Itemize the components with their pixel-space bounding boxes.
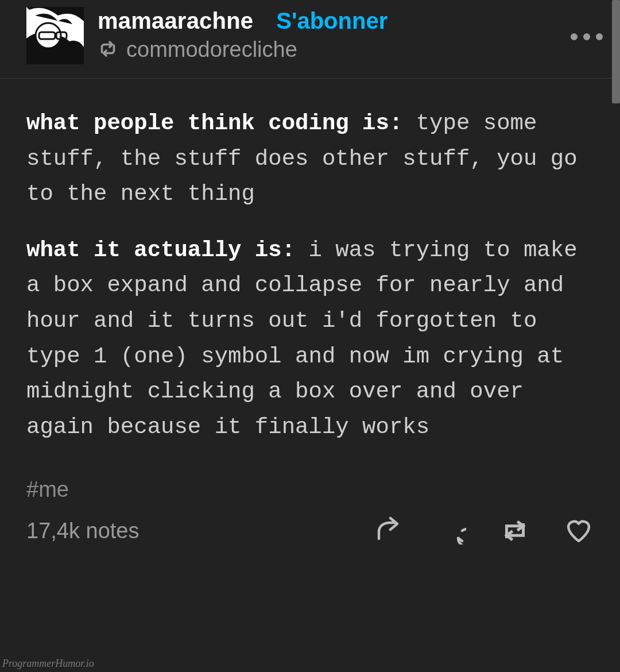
avatar[interactable] — [26, 7, 84, 64]
reblog-source-name[interactable]: commodorecliche — [126, 37, 297, 62]
reply-button[interactable] — [437, 517, 466, 544]
more-options-button[interactable] — [571, 33, 603, 40]
post-text: i was trying to make a box expand and co… — [26, 238, 578, 440]
post-header: mamaarachne S'abonner commodorecliche — [0, 0, 620, 79]
share-button[interactable] — [374, 517, 404, 544]
reblog-icon — [98, 41, 118, 59]
username[interactable]: mamaarachne — [98, 8, 253, 34]
post-text-bold: what it actually is: — [26, 238, 295, 263]
post-actions — [374, 517, 594, 544]
post-tags[interactable]: #me — [0, 477, 620, 517]
post-paragraph: what it actually is: i was trying to mak… — [26, 233, 594, 446]
follow-button[interactable]: S'abonner — [276, 8, 388, 34]
post-paragraph: what people think coding is: type some s… — [26, 106, 594, 213]
reblog-button[interactable] — [499, 518, 530, 543]
scrollbar[interactable] — [612, 0, 620, 103]
post-byline: mamaarachne S'abonner commodorecliche — [98, 7, 604, 62]
reblog-source[interactable]: commodorecliche — [98, 37, 604, 62]
post-text-bold: what people think coding is: — [26, 111, 402, 136]
post-footer: 17,4k notes — [0, 517, 620, 551]
like-button[interactable] — [564, 517, 594, 544]
watermark: ProgrammerHumor.io — [2, 658, 94, 670]
notes-count[interactable]: 17,4k notes — [26, 519, 139, 543]
post-body: what people think coding is: type some s… — [0, 79, 620, 477]
